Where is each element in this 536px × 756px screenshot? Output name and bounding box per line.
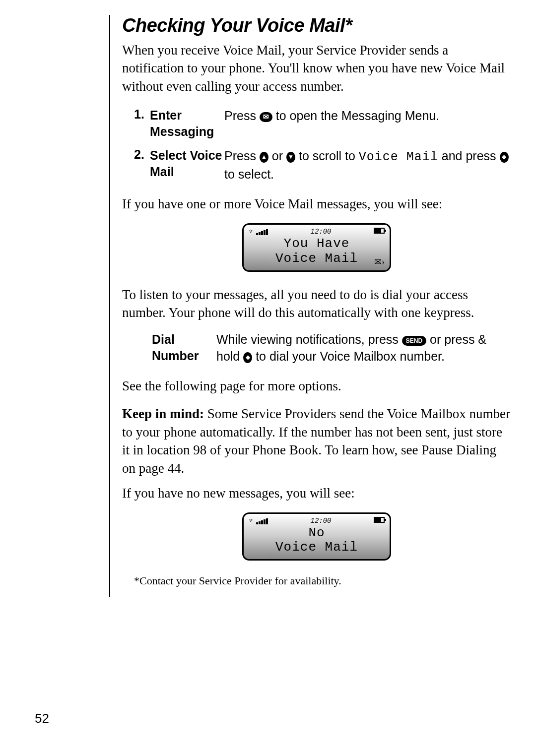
menu-item-text: Voice Mail <box>359 150 438 164</box>
signal-icon: ᯤ <box>249 517 268 524</box>
text: to dial your Voice Mailbox number. <box>252 349 445 363</box>
phone-line-2: Voice Mail <box>249 540 385 555</box>
up-arrow-icon: ▲ <box>260 152 268 163</box>
keep-in-mind: Keep in mind: Some Service Providers sen… <box>122 405 511 477</box>
text: Press <box>224 149 260 163</box>
step-label: Enter Messaging <box>150 107 224 139</box>
step-number: 1. <box>134 107 150 139</box>
page-content: Checking Your Voice Mail* When you recei… <box>109 15 511 597</box>
phone-line-2: Voice Mail <box>249 252 385 266</box>
mail-notification-icon: ✉› <box>374 256 385 267</box>
text: to open the Messaging Menu. <box>272 109 439 123</box>
text: to select. <box>224 167 274 181</box>
see-more-text: See the following page for more options. <box>122 377 511 395</box>
dial-instruction: Dial Number While viewing notifications,… <box>152 331 511 365</box>
keep-label: Keep in mind: <box>122 406 204 421</box>
step-number: 2. <box>134 147 150 183</box>
steps-list: 1. Enter Messaging Press ✉ to open the M… <box>134 107 511 183</box>
footnote: *Contact your Service Provider for avail… <box>134 574 511 587</box>
down-arrow-icon: ▼ <box>286 152 295 163</box>
listen-paragraph: To listen to your messages, all you need… <box>122 286 511 322</box>
step-label: Select Voice Mail <box>150 147 224 183</box>
step-1: 1. Enter Messaging Press ✉ to open the M… <box>134 107 511 139</box>
page-title: Checking Your Voice Mail* <box>122 15 511 36</box>
text: While viewing notifications, press <box>216 332 402 346</box>
step-2: 2. Select Voice Mail Press ▲ or ▼ to scr… <box>134 147 511 183</box>
text: Press <box>224 109 260 123</box>
phone-time: 12:00 <box>310 228 331 236</box>
phone-line-1: No <box>249 526 385 541</box>
signal-icon: ᯤ <box>249 228 268 235</box>
phone-status-bar: ᯤ 12:00 <box>249 517 385 525</box>
step-description: Press ▲ or ▼ to scroll to Voice Mail and… <box>224 147 511 183</box>
text: to scroll to <box>295 149 359 163</box>
page-number: 52 <box>35 711 49 726</box>
send-button-icon: SEND <box>402 336 426 346</box>
select-icon: ◆ <box>243 352 252 363</box>
dial-description: While viewing notifications, press SEND … <box>216 331 511 365</box>
phone-screen-2: ᯤ 12:00 No Voice Mail <box>242 512 391 561</box>
battery-icon <box>374 517 385 525</box>
envelope-icon: ✉ <box>260 112 272 122</box>
no-new-text: If you have no new messages, you will se… <box>122 484 511 502</box>
select-icon: ◆ <box>500 152 509 163</box>
dial-label: Dial Number <box>152 331 216 365</box>
phone-line-1: You Have <box>249 237 385 252</box>
step-description: Press ✉ to open the Messaging Menu. <box>224 107 511 139</box>
text: and press <box>438 149 500 163</box>
after-steps-text: If you have one or more Voice Mail messa… <box>122 195 511 213</box>
phone-status-bar: ᯤ 12:00 <box>249 228 385 236</box>
battery-icon <box>374 228 385 236</box>
phone-screen-1: ᯤ 12:00 You Have Voice Mail ✉› <box>242 223 391 272</box>
phone-time: 12:00 <box>310 517 331 525</box>
intro-paragraph: When you receive Voice Mail, your Servic… <box>122 41 511 95</box>
text: or <box>268 149 286 163</box>
